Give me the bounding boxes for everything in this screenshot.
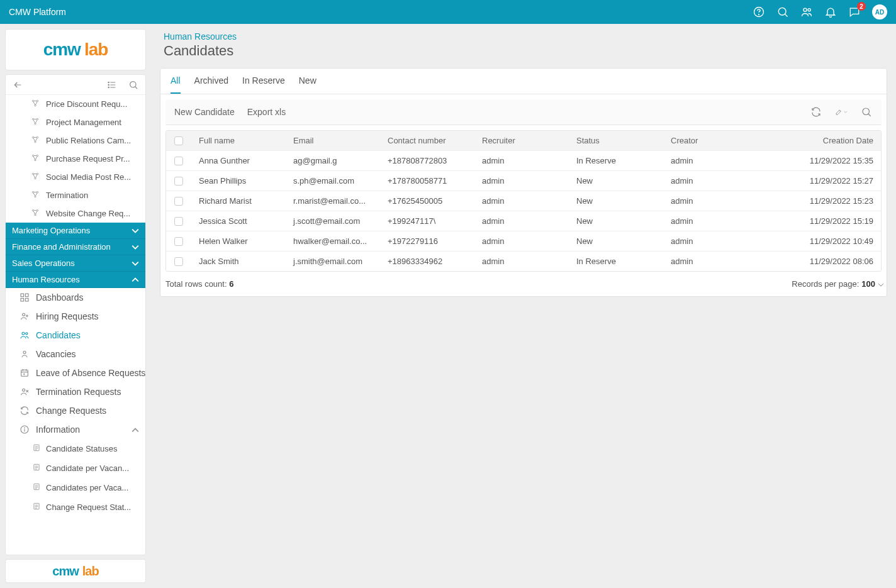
cell-phone: +199247117\: [380, 211, 474, 231]
cell-email: j.scott@email.com: [286, 211, 380, 231]
row-checkbox[interactable]: [166, 151, 191, 170]
svg-point-32: [35, 196, 36, 197]
refresh-icon[interactable]: [810, 106, 822, 118]
section-head[interactable]: Marketing Operations: [6, 223, 145, 239]
sidebar-item[interactable]: Candidates: [6, 326, 145, 345]
sub-item[interactable]: Candidates per Vaca...: [6, 478, 145, 497]
tree-item[interactable]: Project Management: [6, 113, 145, 131]
sidebar-item[interactable]: Leave of Absence Requests: [6, 363, 145, 382]
cell-email: s.ph@email.com: [286, 171, 380, 191]
table-row[interactable]: Jessica Scottj.scott@email.com+199247117…: [166, 211, 881, 231]
section-head[interactable]: Human Resources: [6, 272, 145, 288]
column-header[interactable]: Recruiter: [474, 131, 569, 150]
row-checkbox[interactable]: [166, 231, 191, 251]
row-checkbox[interactable]: [166, 211, 191, 231]
export-xls-button[interactable]: Export xls: [247, 107, 286, 117]
tree-item[interactable]: Social Media Post Re...: [6, 168, 145, 186]
sidebar-item[interactable]: Information: [6, 420, 145, 439]
crumb-parent[interactable]: Human Resources: [164, 31, 883, 42]
svg-point-72: [863, 108, 870, 115]
section-label: Sales Operations: [12, 258, 75, 268]
column-header[interactable]: Email: [286, 131, 380, 150]
per-page-value[interactable]: 100: [861, 279, 875, 289]
table-row[interactable]: Helen Walkerhwalker@email.co...+19722791…: [166, 231, 881, 251]
sidebar-item-label: Termination Requests: [36, 387, 121, 397]
tree-item-label: Public Relations Cam...: [46, 136, 131, 145]
column-header[interactable]: Creation Date: [758, 131, 881, 150]
edit-icon[interactable]: [835, 106, 848, 118]
total-rows-value: 6: [229, 279, 233, 289]
svg-point-23: [35, 141, 36, 142]
sidebar-item-label: Dashboards: [36, 292, 84, 302]
cell-name: Helen Walker: [191, 231, 286, 251]
bell-icon[interactable]: [824, 6, 837, 18]
svg-point-24: [32, 155, 33, 156]
sidebar-item-icon: [20, 387, 30, 397]
cell-name: Jack Smith: [191, 252, 286, 271]
sub-item[interactable]: Change Request Stat...: [6, 497, 145, 517]
tree-item[interactable]: Public Relations Cam...: [6, 131, 145, 150]
cell-recruiter: admin: [474, 231, 569, 251]
search-icon[interactable]: [776, 6, 789, 18]
avatar[interactable]: AD: [872, 4, 887, 19]
nav-scroll[interactable]: Price Discount Requ...Project Management…: [6, 95, 145, 555]
column-header[interactable]: Full name: [191, 131, 286, 150]
collapse-icon[interactable]: [11, 78, 25, 92]
sidebar-item[interactable]: Hiring Requests: [6, 307, 145, 326]
cell-recruiter: admin: [474, 151, 569, 170]
table-search-icon[interactable]: [860, 106, 873, 118]
tab[interactable]: Archived: [194, 69, 228, 94]
column-header[interactable]: Status: [569, 131, 663, 150]
svg-point-30: [32, 191, 33, 192]
table-row[interactable]: Richard Maristr.marist@email.co...+17625…: [166, 191, 881, 211]
tab[interactable]: New: [299, 69, 316, 94]
row-checkbox[interactable]: [166, 171, 191, 191]
svg-point-5: [808, 9, 810, 11]
cell-phone: +18963334962: [380, 252, 474, 271]
cell-phone: +178780058771: [380, 171, 474, 191]
table-row[interactable]: Jack Smithj.smith@email.com+18963334962a…: [166, 251, 881, 271]
tree-item[interactable]: Website Change Req...: [6, 204, 145, 223]
sub-item-label: Candidates per Vaca...: [46, 483, 128, 492]
sub-item[interactable]: Candidate per Vacan...: [6, 458, 145, 478]
svg-point-33: [32, 209, 33, 211]
new-candidate-button[interactable]: New Candidate: [174, 107, 235, 117]
svg-point-44: [26, 333, 28, 335]
column-header[interactable]: Creator: [663, 131, 758, 150]
table-row[interactable]: Anna Guntherag@gmail.g+187808772803admin…: [166, 150, 881, 170]
cell-email: j.smith@email.com: [286, 252, 380, 271]
tree-item[interactable]: Purchase Request Pr...: [6, 150, 145, 168]
section-head[interactable]: Finance and Administration: [6, 239, 145, 255]
logo-card: cmw lab: [5, 29, 146, 70]
tree-item[interactable]: Termination: [6, 186, 145, 204]
list-icon[interactable]: [105, 78, 119, 92]
chevron-down-icon[interactable]: [878, 279, 884, 289]
help-icon[interactable]: [753, 6, 765, 18]
checkbox-header[interactable]: [166, 131, 191, 150]
table-row[interactable]: Sean Phillipss.ph@email.com+178780058771…: [166, 170, 881, 191]
workflow-icon: [31, 117, 41, 128]
sidebar-item-label: Change Requests: [36, 406, 106, 416]
sidebar-item[interactable]: Termination Requests: [6, 382, 145, 401]
sidebar-item[interactable]: Dashboards: [6, 288, 145, 307]
cell-status: New: [569, 231, 663, 251]
tree-item[interactable]: Price Discount Requ...: [6, 95, 145, 113]
document-icon: [32, 463, 41, 474]
column-header[interactable]: Contact number: [380, 131, 474, 150]
people-icon[interactable]: [800, 6, 813, 18]
tree-item-label: Project Management: [46, 118, 121, 127]
cell-date: 11/29/2022 08:06: [758, 252, 881, 271]
nav-search-icon[interactable]: [126, 78, 140, 92]
sidebar-item[interactable]: Change Requests: [6, 401, 145, 420]
sub-item[interactable]: Candidate Statuses: [6, 439, 145, 458]
svg-point-11: [108, 84, 109, 85]
tab[interactable]: In Reserve: [242, 69, 285, 94]
row-checkbox[interactable]: [166, 191, 191, 211]
sidebar-item[interactable]: Vacancies: [6, 345, 145, 363]
tab[interactable]: All: [171, 69, 181, 94]
row-checkbox[interactable]: [166, 252, 191, 271]
svg-line-3: [785, 14, 787, 16]
sidebar-item-icon: [20, 424, 30, 435]
chat-icon[interactable]: 2: [848, 6, 861, 18]
section-head[interactable]: Sales Operations: [6, 255, 145, 272]
